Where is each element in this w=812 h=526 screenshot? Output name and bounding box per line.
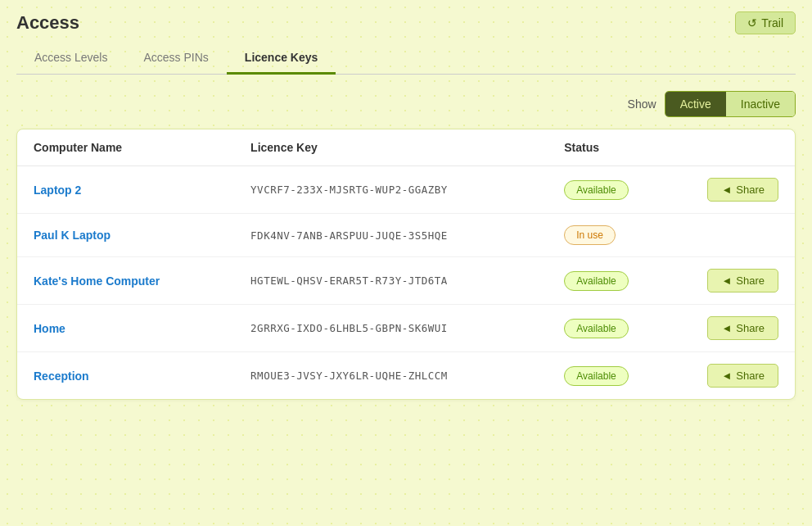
table-row: ReceptionRMOUE3-JVSY-JXY6LR-UQHE-ZHLCCMA… [17, 352, 795, 400]
table-row: Laptop 2YVCRF7-233X-MJSRTG-WUP2-GGAZBYAv… [17, 166, 795, 214]
share-button[interactable]: ◄ Share [707, 269, 778, 292]
col-header-actions [680, 129, 795, 166]
show-label: Show [628, 97, 656, 111]
cell-status: In use [548, 214, 680, 257]
trail-icon: ↺ [747, 16, 757, 29]
cell-action [680, 214, 795, 257]
computer-name-link[interactable]: Home [34, 322, 65, 335]
table-header-row: Computer Name Licence Key Status [17, 129, 795, 166]
share-icon: ◄ [721, 274, 732, 287]
status-badge: Available [564, 271, 628, 291]
cell-licence-key: RMOUE3-JVSY-JXY6LR-UQHE-ZHLCCM [234, 352, 548, 400]
cell-status: Available [548, 257, 680, 305]
toggle-inactive-button[interactable]: Inactive [726, 92, 795, 116]
page-header: Access ↺ Trail [16, 11, 796, 34]
cell-status: Available [548, 166, 680, 214]
status-badge: Available [564, 180, 628, 200]
share-icon: ◄ [721, 322, 732, 334]
cell-computer-name: Reception [17, 352, 234, 400]
licence-keys-table: Computer Name Licence Key Status Laptop … [17, 129, 795, 399]
show-toggle-group: Active Inactive [665, 91, 796, 117]
cell-status: Available [548, 305, 680, 352]
computer-name-link[interactable]: Kate's Home Computer [34, 274, 160, 288]
licence-keys-table-container: Computer Name Licence Key Status Laptop … [16, 129, 796, 400]
table-row: Home2GRRXG-IXDO-6LHBL5-GBPN-SK6WUIAvaila… [17, 305, 795, 352]
share-button[interactable]: ◄ Share [707, 178, 778, 202]
share-icon: ◄ [721, 370, 732, 382]
cell-licence-key: YVCRF7-233X-MJSRTG-WUP2-GGAZBY [234, 166, 548, 214]
col-header-computer-name: Computer Name [17, 129, 234, 166]
table-header: Computer Name Licence Key Status [17, 129, 795, 166]
tab-access-levels[interactable]: Access Levels [16, 43, 125, 75]
col-header-licence-key: Licence Key [234, 129, 548, 166]
cell-action: ◄ Share [680, 352, 795, 400]
cell-licence-key: 2GRRXG-IXDO-6LHBL5-GBPN-SK6WUI [234, 305, 548, 352]
table-body: Laptop 2YVCRF7-233X-MJSRTG-WUP2-GGAZBYAv… [17, 166, 795, 400]
cell-licence-key: HGTEWL-QHSV-ERAR5T-R73Y-JTD6TA [234, 257, 548, 305]
tab-access-pins[interactable]: Access PINs [125, 43, 226, 75]
status-badge: Available [564, 366, 628, 386]
tabs-container: Access Levels Access PINs Licence Keys [16, 43, 796, 75]
share-icon: ◄ [721, 184, 732, 196]
licence-key-value: YVCRF7-233X-MJSRTG-WUP2-GGAZBY [250, 184, 448, 196]
table-row: Kate's Home ComputerHGTEWL-QHSV-ERAR5T-R… [17, 257, 795, 305]
computer-name-link[interactable]: Reception [34, 370, 89, 383]
cell-action: ◄ Share [680, 257, 795, 305]
cell-action: ◄ Share [680, 166, 795, 214]
cell-status: Available [548, 352, 680, 400]
cell-computer-name: Kate's Home Computer [17, 257, 234, 305]
share-button[interactable]: ◄ Share [707, 364, 778, 388]
licence-key-value: 2GRRXG-IXDO-6LHBL5-GBPN-SK6WUI [250, 322, 448, 334]
status-badge: In use [564, 225, 616, 245]
toggle-active-button[interactable]: Active [665, 92, 726, 116]
computer-name-link[interactable]: Paul K Laptop [34, 229, 111, 242]
col-header-status: Status [548, 129, 680, 166]
share-button[interactable]: ◄ Share [707, 316, 778, 340]
licence-key-value: HGTEWL-QHSV-ERAR5T-R73Y-JTD6TA [250, 274, 448, 287]
computer-name-link[interactable]: Laptop 2 [34, 184, 81, 197]
cell-computer-name: Paul K Laptop [17, 214, 234, 257]
trail-button[interactable]: ↺ Trail [735, 11, 796, 34]
status-badge: Available [564, 319, 628, 338]
licence-key-value: RMOUE3-JVSY-JXY6LR-UQHE-ZHLCCM [250, 370, 448, 382]
tab-licence-keys[interactable]: Licence Keys [227, 43, 336, 75]
cell-licence-key: FDK4NV-7ANB-ARSPUU-JUQE-3S5HQE [234, 214, 548, 257]
trail-label: Trail [761, 16, 783, 29]
cell-computer-name: Laptop 2 [17, 166, 234, 214]
show-bar: Show Active Inactive [16, 91, 796, 117]
table-row: Paul K LaptopFDK4NV-7ANB-ARSPUU-JUQE-3S5… [17, 214, 795, 257]
licence-key-value: FDK4NV-7ANB-ARSPUU-JUQE-3S5HQE [250, 229, 448, 242]
cell-action: ◄ Share [680, 305, 795, 352]
page-title: Access [16, 12, 79, 34]
cell-computer-name: Home [17, 305, 234, 352]
